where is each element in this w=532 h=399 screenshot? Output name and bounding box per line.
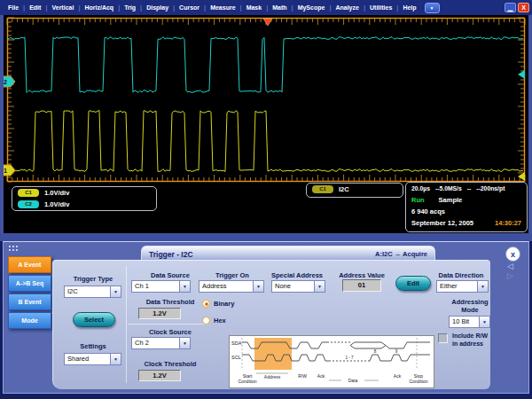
special-address-select[interactable]: None ▼ bbox=[271, 280, 325, 293]
ch1-badge: C1 bbox=[18, 189, 39, 197]
dialog-status: A:I2C → Acquire bbox=[375, 250, 427, 258]
ch2-readout[interactable]: C2 1.0V/div bbox=[12, 199, 156, 210]
radio-icon bbox=[202, 300, 210, 308]
menu-myscope[interactable]: MyScope bbox=[293, 4, 330, 11]
nav-prev-icon[interactable]: ◁ bbox=[507, 262, 513, 270]
dialog-title: Trigger - I2C bbox=[149, 250, 193, 259]
data-source-dropdown-button[interactable]: ▼ bbox=[179, 280, 191, 293]
svg-text:Condition: Condition bbox=[409, 379, 427, 384]
hex-radio[interactable]: Hex bbox=[202, 317, 226, 325]
addressing-mode-dropdown-button[interactable]: ▼ bbox=[479, 316, 490, 328]
special-address-label: Special Address bbox=[266, 271, 328, 279]
svg-text:Ack: Ack bbox=[394, 373, 402, 379]
settings-label: Settings bbox=[62, 342, 124, 350]
trigger-panel: Trigger Type I2C ▼ Select Settings Share… bbox=[52, 260, 490, 389]
menu-math[interactable]: Math bbox=[268, 4, 291, 11]
horizontal-segment: -- bbox=[467, 184, 472, 193]
trigger-type-dropdown-button[interactable]: ▼ bbox=[110, 286, 121, 298]
menu-measure[interactable]: Measure bbox=[206, 4, 239, 11]
data-direction-select[interactable]: Either ▼ bbox=[436, 280, 489, 293]
trigger-on-dropdown-button[interactable]: ▼ bbox=[253, 280, 264, 293]
data-threshold-label: Data Threshold bbox=[128, 298, 213, 306]
clock-source-label: Clock Source bbox=[131, 328, 209, 336]
svg-text:Condition: Condition bbox=[238, 379, 256, 384]
trigger-on-select[interactable]: Address ▼ bbox=[199, 280, 264, 293]
ch2-trace[interactable] bbox=[7, 37, 523, 93]
ch1-level-arrow[interactable] bbox=[518, 172, 525, 181]
svg-text:1: 1 bbox=[4, 168, 7, 174]
addressing-mode-value: 10 Bit bbox=[449, 316, 479, 328]
tab-a-event[interactable]: A Event bbox=[8, 256, 51, 273]
frame-strip bbox=[0, 233, 532, 241]
menu-horiz-acq[interactable]: Horiz/Acq bbox=[80, 4, 118, 11]
menu-trig[interactable]: Trig bbox=[120, 4, 140, 11]
addressing-mode-label: Addressing Mode bbox=[443, 298, 497, 314]
settings-select[interactable]: Shared ▼ bbox=[64, 353, 121, 365]
data-source-select[interactable]: Ch 1 ▼ bbox=[131, 280, 191, 293]
ch2-scale: 1.0V/div bbox=[44, 200, 69, 209]
addressing-mode-select[interactable]: 10 Bit ▼ bbox=[449, 316, 490, 328]
address-value-field[interactable]: 01 bbox=[342, 279, 381, 292]
scope-application: File|Edit|Vertical|Horiz/Acq|Trig|Displa… bbox=[0, 0, 532, 399]
address-value-label: Address Value bbox=[335, 271, 388, 279]
ch1-readout[interactable]: C1 1.0V/div bbox=[12, 187, 156, 199]
settings-dropdown-button[interactable]: ▼ bbox=[110, 353, 121, 365]
data-direction-dropdown-button[interactable]: ▼ bbox=[477, 280, 489, 293]
acquisition-readout-box: 20.0µs--5.0MS/s----200ns/pt Run Sample 6… bbox=[405, 182, 528, 232]
scl-label: SCL bbox=[231, 355, 241, 360]
time-readout: 14:30:27 bbox=[495, 218, 521, 228]
bus-readout-box[interactable]: C1 I2C bbox=[306, 183, 403, 198]
menu-analyze[interactable]: Analyze bbox=[331, 4, 363, 11]
special-address-value: None bbox=[271, 280, 314, 293]
trigger-type-label: Trigger Type bbox=[62, 275, 124, 283]
menu-edit[interactable]: Edit bbox=[25, 4, 45, 11]
edit-button[interactable]: Edit bbox=[395, 276, 431, 291]
include-rw-checkbox[interactable] bbox=[438, 333, 448, 343]
dialog-close-button[interactable]: x bbox=[505, 246, 520, 262]
data-source-label: Data Source bbox=[131, 271, 209, 279]
bus-label: I2C bbox=[339, 184, 349, 194]
clock-source-select[interactable]: Ch 2 ▼ bbox=[131, 337, 191, 349]
clock-threshold-field[interactable]: 1.2V bbox=[138, 370, 181, 381]
menu-overflow-button[interactable]: ▼ bbox=[425, 3, 440, 13]
svg-text:1 - 7: 1 - 7 bbox=[345, 356, 354, 360]
ch2-level-arrow[interactable] bbox=[518, 70, 525, 79]
include-rw-label: Include R/W in address bbox=[452, 332, 504, 348]
menu-help[interactable]: Help bbox=[398, 4, 420, 11]
vertical-readout-box: C1 1.0V/div C2 1.0V/div bbox=[12, 186, 157, 211]
menu-cursor[interactable]: Cursor bbox=[175, 4, 204, 11]
binary-radio-label: Binary bbox=[214, 300, 234, 308]
menu-utilities[interactable]: Utilities bbox=[365, 4, 396, 11]
chevron-down-icon: ▼ bbox=[183, 340, 187, 346]
special-address-dropdown-button[interactable]: ▼ bbox=[314, 280, 325, 293]
menu-display[interactable]: Display bbox=[142, 4, 173, 11]
bus-source-badge: C1 bbox=[312, 185, 333, 193]
menu-mask[interactable]: Mask bbox=[242, 4, 267, 11]
hex-radio-label: Hex bbox=[214, 317, 226, 325]
select-button[interactable]: Select bbox=[73, 312, 115, 327]
minimize-button[interactable]: ▁ bbox=[505, 3, 516, 12]
data-threshold-field[interactable]: 1.2V bbox=[138, 308, 181, 319]
chevron-down-icon: ▼ bbox=[481, 284, 485, 289]
data-direction-value: Either bbox=[436, 280, 477, 293]
ch1-trace[interactable] bbox=[7, 111, 523, 172]
clock-source-dropdown-button[interactable]: ▼ bbox=[179, 337, 191, 349]
nav-next-icon[interactable]: ▷ bbox=[507, 272, 513, 280]
ch2-badge: C2 bbox=[18, 200, 39, 208]
settings-value: Shared bbox=[64, 353, 110, 365]
menu-file[interactable]: File bbox=[4, 4, 23, 11]
svg-text:Address: Address bbox=[264, 374, 281, 379]
binary-radio[interactable]: Binary bbox=[202, 300, 234, 308]
panel-divider bbox=[128, 324, 207, 325]
menu-bar: File|Edit|Vertical|Horiz/Acq|Trig|Displa… bbox=[0, 0, 532, 15]
dialog-grip[interactable] bbox=[8, 245, 19, 251]
trigger-on-value: Address bbox=[199, 280, 253, 293]
trigger-type-select[interactable]: I2C ▼ bbox=[64, 286, 121, 298]
tab-b-event[interactable]: B Event bbox=[8, 293, 51, 310]
tab-a-b-seq[interactable]: A->B Seq bbox=[8, 275, 51, 292]
close-window-button[interactable]: X bbox=[518, 3, 529, 12]
chevron-down-icon: ▼ bbox=[113, 356, 118, 362]
horizontal-segment: --200ns/pt bbox=[476, 184, 505, 193]
tab-mode[interactable]: Mode bbox=[8, 312, 51, 329]
menu-vertical[interactable]: Vertical bbox=[47, 4, 78, 11]
